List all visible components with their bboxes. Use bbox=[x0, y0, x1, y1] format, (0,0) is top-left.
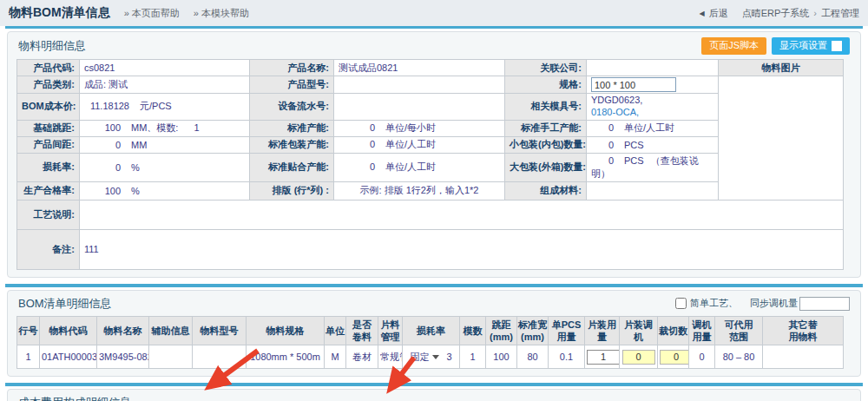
loss-type-select[interactable]: 固定 bbox=[410, 351, 439, 364]
field-label: 关联公司: bbox=[505, 60, 587, 76]
bom-sheet-mgmt: 常规管 bbox=[378, 345, 403, 369]
sheet-usage-input[interactable] bbox=[587, 350, 620, 365]
module-help-link[interactable]: » 本模块帮助 bbox=[194, 7, 249, 20]
top-header-bar: 物料BOM清单信息 » 本页面帮助 » 本模块帮助 ◀ 后退 点晴ERP子系统 … bbox=[0, 0, 868, 26]
bom-col-header: 跳距 (mm) bbox=[486, 316, 517, 345]
pass-rate-value: 100 bbox=[84, 186, 121, 196]
back-icon: ◀ bbox=[700, 10, 705, 17]
bom-list-panel: BOM清单明细信息 简单工艺、 同步调机量 行号 物料代码 物料名称 辅助信息 … bbox=[7, 290, 861, 378]
related-mold-link[interactable]: 0180-OCA, bbox=[591, 107, 639, 117]
bom-is-roll: 卷材 bbox=[346, 345, 378, 369]
bom-col-header: 单PCS 用量 bbox=[549, 316, 585, 345]
field-label: 排版 (行*列) : bbox=[250, 181, 334, 200]
field-label: 标准手工产能: bbox=[505, 120, 587, 136]
bom-col-header: 物料代码 bbox=[40, 316, 97, 345]
page-help-link[interactable]: » 本页面帮助 bbox=[124, 7, 180, 20]
material-image-area bbox=[719, 76, 844, 200]
std-pack-capacity-unit: 单位/人工时 bbox=[385, 139, 436, 149]
pass-rate-unit: % bbox=[131, 186, 140, 196]
display-settings-toggle[interactable] bbox=[832, 41, 842, 51]
std-pack-capacity-value: 0 bbox=[339, 139, 375, 149]
breadcrumb-system[interactable]: 点晴ERP子系统 bbox=[742, 7, 810, 20]
related-mold-value: YDGD0623, bbox=[591, 95, 642, 105]
field-label: 规格: bbox=[505, 76, 587, 94]
sheet-tuning-input[interactable] bbox=[622, 350, 655, 365]
base-pitch-unit: MM bbox=[131, 122, 147, 133]
breadcrumb-module[interactable]: 工程管理 bbox=[821, 7, 859, 20]
bom-material-name: 3M9495-082 bbox=[97, 345, 149, 369]
bom-col-header: 其它替 用物料 bbox=[763, 316, 844, 345]
field-label: 设备流水号: bbox=[250, 94, 334, 121]
simple-process-label: 简单工艺、 bbox=[690, 297, 738, 310]
bom-aux-info bbox=[149, 345, 193, 369]
bom-material-spec: 1080mm * 500m bbox=[247, 345, 325, 369]
large-pack-qty-unit: PCS bbox=[624, 155, 644, 166]
bom-std-width: 80 bbox=[517, 345, 549, 369]
bom-table: 行号 物料代码 物料名称 辅助信息 物料型号 物料规格 单位 是否 卷料 片料 … bbox=[16, 316, 844, 370]
bom-line-no: 1 bbox=[17, 345, 40, 369]
bom-col-header: 单位 bbox=[325, 316, 346, 345]
material-detail-title: 物料明细信息 bbox=[18, 38, 86, 54]
field-label: 标准贴合产能: bbox=[250, 153, 334, 181]
field-label: 产品名称: bbox=[250, 60, 334, 76]
material-image-header: 物料图片 bbox=[719, 60, 844, 76]
modulus-label: 、模数: bbox=[147, 122, 178, 133]
std-laminate-capacity-value: 0 bbox=[339, 161, 375, 172]
bom-col-header: 损耗率 bbox=[403, 316, 460, 345]
bom-col-header: 辅助信息 bbox=[149, 316, 193, 345]
cost-detail-panel: 成本费用构成明细信息 行号 费用科目 金额 (元/单位) 备注 1 原材料费用 … bbox=[7, 389, 861, 401]
device-serial-value bbox=[334, 94, 505, 121]
sync-tuning-input[interactable] bbox=[799, 297, 850, 311]
loss-rate-unit: % bbox=[131, 162, 140, 173]
table-row: 1 01ATH00003 3M9495-082 1080mm * 500m M … bbox=[17, 345, 844, 369]
page-js-script-button[interactable]: 页面JS脚本 bbox=[701, 37, 766, 55]
related-company-value bbox=[587, 60, 719, 76]
small-pack-qty-value: 0 bbox=[591, 140, 614, 150]
breadcrumb: ◀ 后退 点晴ERP子系统 › 工程管理 bbox=[700, 7, 859, 20]
bom-col-header: 可代用 范围 bbox=[715, 316, 763, 345]
large-pack-qty-value: 0 bbox=[591, 155, 614, 166]
loss-rate-value: 0 bbox=[84, 162, 121, 173]
field-label: 小包装(内包)数量: bbox=[505, 136, 587, 153]
section-divider bbox=[5, 26, 863, 29]
page-title: 物料BOM清单信息 bbox=[9, 5, 110, 21]
bom-substitute-range: 80 – 80 bbox=[715, 345, 763, 369]
bom-col-header: 标准宽 (mm) bbox=[517, 316, 549, 345]
display-settings-label: 显示项设置 bbox=[779, 39, 827, 52]
bom-col-header: 片料 管理 bbox=[378, 316, 403, 345]
spec-input[interactable] bbox=[591, 77, 676, 92]
field-label: 产品型号: bbox=[250, 76, 334, 94]
std-capacity-value: 0 bbox=[339, 122, 375, 133]
section-divider bbox=[5, 383, 863, 386]
loss-value: 3 bbox=[446, 352, 451, 362]
cost-detail-title: 成本费用构成明细信息 bbox=[18, 395, 131, 401]
bom-per-pcs-usage: 0.1 bbox=[549, 345, 585, 369]
field-label: BOM成本价: bbox=[17, 94, 80, 121]
bom-col-header: 片装用量 bbox=[585, 316, 620, 345]
back-link[interactable]: 后退 bbox=[709, 7, 728, 20]
composition-value bbox=[587, 181, 719, 200]
bom-col-header: 模数 bbox=[460, 316, 486, 345]
std-laminate-capacity-unit: 单位/人工时 bbox=[385, 161, 436, 172]
modulus-value: 1 bbox=[194, 122, 199, 133]
bom-cost-unit: 元/PCS bbox=[140, 101, 172, 111]
field-label: 工艺说明: bbox=[17, 200, 80, 229]
product-category-value: 成品: 测试 bbox=[80, 76, 250, 94]
sync-tuning-label: 同步调机量 bbox=[750, 297, 798, 310]
simple-process-checkbox[interactable] bbox=[675, 298, 687, 309]
remark-value: 111 bbox=[80, 229, 844, 269]
bom-col-header: 物料型号 bbox=[193, 316, 247, 345]
bom-material-code: 01ATH00003 bbox=[40, 345, 97, 369]
small-pack-qty-unit: PCS bbox=[624, 140, 644, 150]
field-label: 组成材料: bbox=[505, 181, 587, 200]
bom-unit: M bbox=[325, 345, 346, 369]
display-settings-button[interactable]: 显示项设置 bbox=[772, 37, 850, 55]
field-label: 标准产能: bbox=[250, 120, 334, 136]
bom-list-title: BOM清单明细信息 bbox=[18, 296, 112, 312]
layout-hint: 示例: 排版 1行2列，输入1*2 bbox=[334, 181, 505, 200]
process-note-value bbox=[80, 200, 844, 229]
bom-other-materials bbox=[763, 345, 844, 369]
cut-count-input[interactable] bbox=[660, 350, 689, 365]
field-label: 标准包装产能: bbox=[250, 136, 334, 153]
bom-cost-value: 11.18128 bbox=[84, 101, 129, 111]
